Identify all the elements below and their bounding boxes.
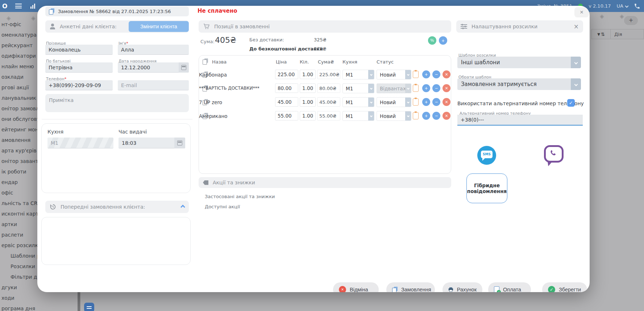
template-group-select[interactable]: Інші шаблони (457, 57, 581, 68)
chat-widget-button[interactable] (84, 303, 94, 311)
cancel-button[interactable]: × Відміна (333, 282, 379, 292)
stats-icon[interactable] (30, 4, 35, 9)
order-docs-icon (392, 287, 398, 292)
previous-orders-header[interactable]: Попередні замовлення клієнта: (45, 201, 189, 213)
email-input[interactable] (118, 80, 189, 90)
chevron-down-icon (405, 98, 411, 107)
chevron-down-icon (368, 84, 374, 93)
copy-position-icon[interactable] (413, 112, 419, 119)
increase-qty-button[interactable]: + (422, 70, 430, 78)
position-sum: 225.00₴ (317, 70, 340, 79)
position-status-select[interactable]: Новий (377, 111, 411, 121)
position-kitchen-select[interactable]: М1 (342, 70, 374, 79)
calendar-icon[interactable] (179, 62, 189, 73)
decrease-qty-button[interactable]: − (432, 70, 440, 78)
menu-icon[interactable] (15, 4, 22, 8)
alt-phone-checkbox[interactable]: ✓ (567, 99, 575, 107)
position-status-select[interactable]: Новий (377, 70, 411, 79)
change-client-button[interactable]: Змінити клієнта (129, 21, 189, 32)
language-selector[interactable]: UA (617, 3, 628, 9)
position-kitchen-select[interactable]: М1 (342, 111, 374, 121)
last-name-input[interactable] (45, 45, 113, 55)
app-logo: O (2, 3, 7, 10)
remove-position-button[interactable]: × (443, 84, 450, 92)
position-sum: 45.00₴ (317, 97, 340, 107)
first-name-input[interactable] (118, 45, 189, 55)
chevron-down-icon (368, 70, 374, 79)
position-price-input[interactable] (275, 70, 298, 79)
previous-orders-title: Попередні замовлення клієнта: (61, 204, 145, 210)
position-kitchen-select[interactable]: М1 (342, 83, 374, 93)
calendar-icon[interactable] (174, 138, 185, 148)
no-delivery-label: Без доставки: (249, 37, 284, 42)
divider (42, 119, 192, 119)
previous-orders-empty-card (41, 217, 191, 265)
decrease-qty-button[interactable]: − (432, 98, 440, 106)
copy-position-icon[interactable] (413, 71, 419, 78)
mailing-close-button[interactable]: × (574, 23, 579, 30)
chevron-down-icon (571, 78, 581, 90)
promotions-section-header[interactable]: Акції та знижки (199, 177, 451, 188)
order-title: Замовлення № 58662 від 27.01.2025 17:23:… (58, 9, 171, 14)
add-position-button[interactable]: + (439, 36, 447, 45)
viber-channel-icon[interactable] (544, 145, 564, 165)
middle-name-input[interactable] (45, 62, 113, 73)
position-name: ***ВАРТІСТЬ ДОСТАВКИ*** (199, 86, 259, 91)
position-row: Американо 55.00₴ М1 Новий + − × (199, 109, 451, 123)
collapse-icon[interactable] (180, 205, 185, 209)
issue-time-field[interactable]: 18:03 (119, 138, 185, 148)
template-select[interactable]: Замовлення затримується (457, 78, 581, 90)
hybrid-message-button[interactable]: Гібридне повідомлення (466, 173, 507, 203)
copy-position-icon[interactable] (413, 85, 419, 92)
position-price-input[interactable] (275, 83, 298, 93)
chevron-down-icon (405, 111, 411, 120)
position-qty-input[interactable] (300, 97, 316, 107)
sum-label: Сума: (200, 39, 215, 44)
applied-promotions-title: Застосовані акції та знижки (205, 194, 275, 199)
phone-input[interactable] (45, 80, 113, 90)
kitchen-card: Кухня М1 Час видачі 18:03 (41, 123, 191, 193)
position-status-select: Відвантажен (377, 83, 411, 93)
client-section-title: Анкетні дані клієнта: (60, 24, 117, 29)
position-qty-input[interactable] (300, 111, 316, 120)
modal-close-button[interactable]: × (574, 7, 589, 17)
remove-position-button[interactable]: × (443, 112, 450, 120)
increase-qty-button[interactable]: + (422, 98, 430, 106)
position-qty-input[interactable] (300, 83, 316, 93)
position-status-select[interactable]: Новий (377, 97, 411, 107)
docs-icon (203, 58, 208, 65)
decrease-qty-button[interactable]: − (432, 112, 440, 120)
col-qty: Кіл. (300, 59, 309, 65)
save-button[interactable]: ✓ Зберегти (542, 282, 587, 292)
remove-position-button[interactable]: × (443, 98, 450, 106)
sum-value: 405₴ (215, 36, 236, 45)
position-kitchen-select[interactable]: М1 (342, 97, 374, 107)
position-price-input[interactable] (275, 97, 298, 107)
remove-position-button[interactable]: × (443, 70, 450, 78)
col-price: Ціна (276, 59, 287, 65)
decrease-qty-button[interactable]: − (432, 84, 440, 92)
increase-qty-button[interactable]: + (422, 84, 430, 92)
sms-channel-icon[interactable]: SMS (477, 146, 496, 165)
no-delivery-value: 325₴ (314, 37, 327, 42)
viber-phone-icon (549, 149, 558, 158)
chevron-down-icon (625, 4, 629, 8)
discount-button[interactable]: % (428, 36, 436, 45)
increase-qty-button[interactable]: + (422, 112, 430, 120)
alt-phone-input[interactable] (457, 115, 583, 126)
position-name: Американо (199, 113, 228, 119)
phone-icon[interactable] (634, 3, 640, 9)
order-title-pill: Замовлення № 58662 від 27.01.2025 17:23:… (45, 7, 189, 16)
birth-date-field[interactable]: 12.12.2000 (118, 62, 189, 73)
app-version: v 2.10.17 (589, 3, 611, 9)
order-button[interactable]: Замовлення (386, 282, 435, 292)
position-qty-input[interactable] (300, 70, 316, 79)
note-textarea[interactable] (45, 94, 189, 112)
person-icon (50, 24, 55, 29)
payment-button[interactable]: ✓ Оплата (488, 282, 531, 292)
position-price-input[interactable] (275, 111, 298, 120)
chevron-down-icon (368, 111, 374, 120)
screen: O Зміна. № 3851 v 2.10.17 UA нт-офіс оме… (0, 0, 644, 311)
copy-position-icon[interactable] (413, 98, 419, 106)
invoice-button[interactable]: Рахунок (443, 282, 482, 292)
